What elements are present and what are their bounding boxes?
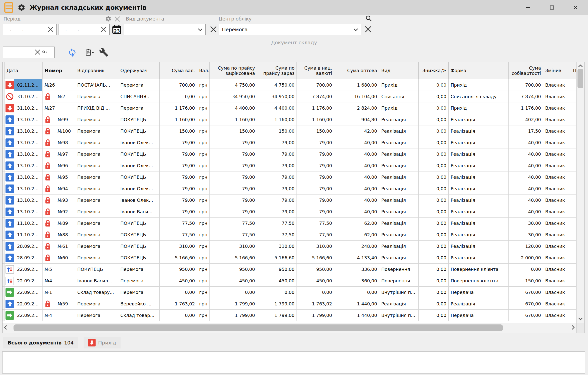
doc-type-combo[interactable] [124, 24, 206, 35]
cell-date: 13.10.2... [5, 148, 43, 160]
cell-discount: 0,00 [419, 171, 449, 183]
chevron-down-icon[interactable] [354, 27, 358, 32]
doc-type-clear-icon[interactable] [210, 26, 217, 33]
column-header-p[interactable]: П [571, 62, 576, 79]
cell-receiver: ПОКУПЕЦЬ [118, 218, 160, 229]
scroll-down-icon[interactable] [578, 317, 583, 321]
cell-p [571, 91, 576, 102]
vertical-scrollbar[interactable] [576, 62, 584, 333]
period-settings-gear-icon[interactable] [105, 16, 112, 22]
center-search-icon[interactable] [365, 15, 372, 22]
search-clear-icon[interactable] [35, 49, 41, 55]
cell-form: Реалізація [449, 206, 509, 217]
column-header-sum_wholesale[interactable]: Сума оптова [334, 62, 379, 79]
period-clear-icon[interactable] [115, 16, 120, 22]
vertical-scroll-thumb[interactable] [577, 69, 583, 88]
table-row[interactable]: 22.09.2...№59ПеремогаВеревейко ...1 763,… [3, 298, 576, 310]
close-button[interactable] [569, 2, 581, 13]
center-clear-icon[interactable] [365, 26, 371, 33]
document-table: ДатаНомерВідправникОдержувачСума вал.Вал… [2, 62, 585, 333]
table-row[interactable]: 31.10.2...№2ПеремогаСПИСАННЯ...0,00грн34… [3, 91, 576, 102]
gear-icon[interactable] [18, 4, 26, 12]
column-header-changed_by[interactable]: Змінив [543, 62, 571, 79]
cell-form: Реалізація [449, 148, 509, 160]
column-header-date[interactable]: Дата [5, 62, 43, 79]
search-input[interactable] [4, 47, 35, 58]
table-row[interactable]: 22.09.2...№1Склад товару...Перемога0,00г… [3, 287, 576, 298]
table-row[interactable]: 13.10.2...№97ПеремогаПОКУПЕЦЬ79,00грн79,… [3, 148, 576, 160]
cell-form: Реалізація [449, 218, 509, 229]
date-text: 13.10.2... [14, 183, 42, 194]
cell-date: 13.10.2... [5, 195, 43, 206]
chevron-down-icon[interactable] [198, 27, 202, 32]
calendar-icon[interactable]: 23 [112, 24, 122, 35]
row-gutter [3, 79, 5, 91]
cell-sum_price_fixed: 79,00 [210, 148, 257, 160]
scroll-left-icon[interactable] [4, 325, 7, 331]
column-header-currency[interactable]: Вал. [197, 62, 210, 79]
report-clipboard-icon[interactable] [83, 47, 97, 58]
cell-sum_wholesale: 1 680,00 [334, 79, 379, 91]
table-row[interactable]: 13.10.2...№93ПеремогаІванов Олек...79,00… [3, 195, 576, 206]
column-header-num[interactable]: Номер [43, 62, 75, 79]
cell-kind: Прихід [379, 102, 419, 114]
table-row[interactable]: 13.10.2...№99ПеремогаПОКУПЕЦЬ1 160,00грн… [3, 114, 576, 125]
cell-sum_wholesale: 42,00 [334, 125, 379, 137]
cell-num: №4 [43, 310, 75, 321]
column-header-sender[interactable]: Відправник [75, 62, 118, 79]
column-header-sum_currency[interactable]: Сума вал. [160, 62, 197, 79]
column-header-receiver[interactable]: Одержувач [118, 62, 160, 79]
cell-sum_price_now: 5 166,60 [257, 252, 297, 263]
search-options-icon[interactable] [42, 49, 52, 55]
table-row[interactable]: 13.10.2...№96ПеремогаІванов Олек...79,00… [3, 160, 576, 171]
cell-discount: 0,00 [419, 79, 449, 91]
cell-p [571, 229, 576, 240]
table-row[interactable]: 13.10.2...№95ПеремогаПОКУПЕЦЬ79,00грн79,… [3, 171, 576, 183]
column-header-kind[interactable]: Вид [379, 62, 419, 79]
cell-sum_national: 0,00 [297, 287, 334, 298]
table-row[interactable]: 22.09.2...№4Іванов Васил...Перемога450,0… [3, 275, 576, 287]
column-header-sum_cost[interactable]: Сума собівартості [509, 62, 543, 79]
horizontal-scroll-thumb[interactable] [14, 324, 503, 331]
center-combo[interactable]: Перемога [219, 24, 361, 35]
column-header-sum_price_now[interactable]: Сума по прайсу зараз [257, 62, 297, 79]
column-header-sum_price_fixed[interactable]: Сума по прайсу зафіксована [210, 62, 257, 79]
table-row[interactable]: 28.09.2...№61ПеремогаПОКУПЕЦЬ310,00грн31… [3, 241, 576, 252]
maximize-button[interactable] [546, 2, 558, 13]
table-row[interactable]: 13.10.2...№94ПеремогаІванов Олек...79,00… [3, 183, 576, 195]
table-row[interactable]: 11.10.2...№88ПеремогаПОКУПЕЦЬ77,50грн77,… [3, 229, 576, 241]
scroll-up-icon[interactable] [578, 64, 583, 69]
date-to-clear-icon[interactable] [101, 27, 107, 33]
table-row[interactable]: 13.10.2...№100ПеремогаПОКУПЕЦЬ150,00грн1… [3, 125, 576, 137]
table-row[interactable]: 11.10.2...№89ПеремогаПОКУПЕЦЬ77,50грн77,… [3, 218, 576, 229]
date-from-clear-icon[interactable] [48, 27, 54, 33]
column-header-sum_national[interactable]: Сума в нац. валюті [297, 62, 334, 79]
cell-receiver: Перемога [118, 102, 160, 114]
table-row[interactable]: 28.09.2...№60ПеремогаПОКУПЕЦЬ5 166,60грн… [3, 252, 576, 264]
scroll-right-icon[interactable] [571, 325, 575, 331]
horizontal-scrollbar[interactable] [3, 323, 576, 333]
quick-search-field[interactable] [3, 47, 55, 58]
cell-form: Реалізація [449, 241, 509, 252]
column-header-discount[interactable]: Знижка,% [419, 62, 449, 79]
num-text: №93 [58, 198, 68, 203]
date-from-field[interactable] [3, 24, 57, 35]
cell-changed_by: Власник [543, 206, 571, 217]
center-label: Центр обліку [219, 16, 252, 22]
filter-badge[interactable]: Прихід [84, 337, 121, 348]
table-row[interactable]: 02.11.2...№26ПОСТАЧАЛЬ...Перемога700,00г… [3, 79, 576, 91]
cell-changed_by: Власник [543, 160, 571, 171]
minimize-button[interactable] [522, 2, 534, 13]
settings-wrench-icon[interactable] [99, 47, 109, 58]
table-row[interactable]: 13.10.2...№98ПеремогаІванов Олек...79,00… [3, 137, 576, 148]
table-row[interactable]: 22.09.2...№5ПОКУПЕЦЬПеремога950,00грн950… [3, 264, 576, 275]
table-row[interactable]: 31.10.2...№27ПРИХІД ВІД ...Перемога1 176… [3, 102, 576, 114]
table-row[interactable]: 13.10.2...№92ПеремогаІванов Васи...79,00… [3, 206, 576, 218]
table-row[interactable]: 22.09.2...№4ПеремогаСклад товар...0,00гр… [3, 310, 576, 321]
date-to-field[interactable] [59, 24, 110, 35]
cell-receiver: ПОКУПЕЦЬ [118, 125, 160, 137]
cell-sum_price_fixed: 34 950,00 [210, 91, 257, 102]
cell-date: 31.10.2... [5, 91, 43, 102]
column-header-form[interactable]: Форма [449, 62, 509, 79]
refresh-icon[interactable] [67, 47, 78, 58]
